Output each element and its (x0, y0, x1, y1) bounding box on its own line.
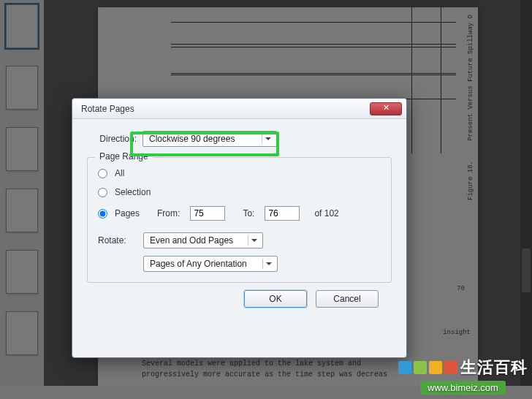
dialog-title: Rotate Pages (81, 104, 370, 114)
page-thumbnail[interactable] (6, 189, 38, 232)
from-input[interactable] (190, 206, 225, 221)
to-label: To: (243, 208, 254, 218)
of-total-label: of 102 (314, 208, 338, 218)
figure-number: Figure 18. (468, 161, 475, 200)
rotate-orientation-select-value: Pages of Any Orientation (150, 259, 247, 269)
rotate-pages-select[interactable]: Even and Odd Pages (143, 232, 263, 248)
page-footer-num: 70 (457, 285, 465, 292)
chevron-down-icon (262, 259, 274, 269)
thumbnail-panel[interactable] (0, 0, 44, 399)
chevron-down-icon (248, 235, 259, 246)
close-button[interactable]: ✕ (370, 102, 402, 115)
chevron-down-icon (262, 134, 273, 144)
direction-label: Direction: (87, 134, 137, 144)
figure-ylabel: Present Versus Future Spillway O (468, 15, 475, 141)
range-pages-radio[interactable] (98, 209, 107, 218)
from-label: From: (157, 208, 180, 218)
range-selection-label: Selection (115, 187, 151, 197)
close-icon: ✕ (383, 104, 390, 112)
cancel-button[interactable]: Cancel (316, 290, 379, 308)
rotate-pages-select-value: Even and Odd Pages (150, 235, 233, 246)
dialog-titlebar[interactable]: Rotate Pages ✕ (72, 99, 406, 119)
direction-select[interactable]: Clockwise 90 degrees (142, 131, 277, 147)
range-all-radio[interactable] (98, 169, 107, 178)
scrollbar-thumb[interactable] (522, 248, 531, 292)
page-thumbnail[interactable] (6, 127, 38, 171)
range-pages-label: Pages (115, 208, 140, 218)
rotate-label: Rotate: (98, 235, 134, 246)
range-selection-radio[interactable] (98, 188, 107, 197)
page-thumbnail[interactable] (6, 66, 38, 110)
page-thumbnail[interactable] (6, 250, 38, 294)
ok-button[interactable]: OK (244, 290, 307, 308)
rotate-orientation-select[interactable]: Pages of Any Orientation (143, 256, 278, 272)
page-thumbnail[interactable] (6, 311, 38, 355)
direction-select-value: Clockwise 90 degrees (149, 134, 235, 144)
page-range-legend: Page Range (95, 151, 153, 162)
margin-note: insight (443, 329, 471, 336)
range-all-label: All (115, 168, 124, 178)
status-bar (0, 386, 532, 399)
page-body-text: Several models were applied to the lake … (142, 358, 449, 380)
to-input[interactable] (265, 206, 300, 221)
vertical-scrollbar[interactable] (520, 0, 532, 399)
page-range-group: Page Range All Selection Pages From: To:… (87, 157, 392, 283)
rotate-pages-dialog: Rotate Pages ✕ Direction: Clockwise 90 d… (72, 98, 407, 358)
page-thumbnail[interactable] (6, 4, 38, 48)
